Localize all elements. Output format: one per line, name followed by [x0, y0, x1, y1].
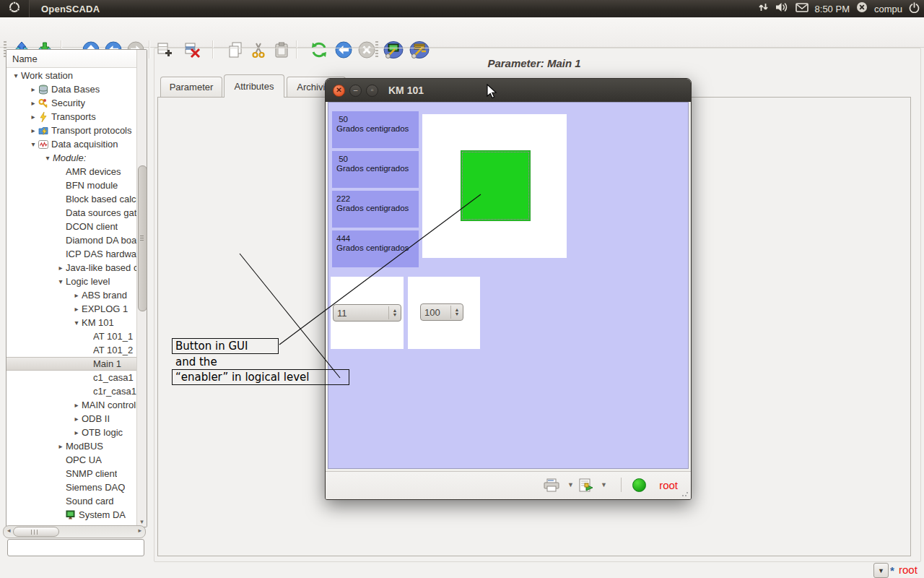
tree-item-sound-card[interactable]: ▸Sound card	[6, 494, 137, 508]
volume-indicator-icon[interactable]	[775, 2, 789, 15]
chevron-down-icon: ▼	[878, 567, 884, 574]
tree-item-amr-devices[interactable]: AMR devices	[6, 165, 137, 178]
spinner-arrows-icon[interactable]: ▲▼	[388, 306, 401, 319]
tree-item-module[interactable]: ▾Module:	[6, 151, 137, 165]
tree-vertical-scrollbar[interactable]: ▾	[136, 50, 147, 527]
tree-item-bfn-module[interactable]: BFN module	[6, 178, 137, 192]
tree-item-logic-level[interactable]: ▾Logic level	[6, 275, 137, 288]
tree-item-system-da[interactable]: ▸System DA	[6, 508, 137, 522]
tree-item-at-101-2[interactable]: AT 101_2	[6, 343, 137, 357]
tree-item-odb-ii[interactable]: ▸ODB II	[6, 412, 137, 426]
expander-closed-icon[interactable]: ▸	[28, 99, 38, 107]
tree-item-otb-logic[interactable]: ▸OTB logic	[6, 426, 137, 439]
tree-item-explog-1[interactable]: ▸EXPLOG 1	[6, 302, 137, 316]
expander-open-icon[interactable]: ▾	[43, 154, 53, 162]
tree-item-siemens-daq[interactable]: ▸Siemens DAQ	[6, 480, 137, 494]
scrollbar-thumb[interactable]	[13, 527, 59, 537]
tree-item-diamond-da[interactable]: Diamond DA boards	[6, 233, 137, 247]
spinner-arrows-icon[interactable]: ▲▼	[450, 306, 463, 319]
km101-canvas: 50Grados centigrados 50Grados centigrado…	[328, 102, 689, 469]
scrollbar-thumb[interactable]	[138, 165, 147, 311]
mail-indicator-icon[interactable]	[796, 2, 808, 15]
tree-item-dcon-client[interactable]: DCON client	[6, 220, 137, 233]
gui-button-50-a[interactable]: 50Grados centigrados	[332, 111, 419, 148]
export-dropdown-icon[interactable]: ▼	[601, 481, 607, 488]
clock[interactable]: 8:50 PM	[815, 4, 850, 14]
tree-item-java-like[interactable]: ▸Java-like based calculator	[6, 261, 137, 275]
tree-item-work-station[interactable]: ▾Work station	[6, 69, 137, 82]
tree-item-data-sources[interactable]: Data sources gate	[6, 206, 137, 220]
expander-open-icon[interactable]: ▾	[56, 277, 66, 285]
screen: OpenSCADA 8:50 PM compu	[0, 0, 924, 578]
km101-window-title: KM 101	[388, 85, 424, 96]
status-dropdown-button[interactable]: ▼	[873, 563, 889, 578]
tree-item-icp-das[interactable]: ICP DAS hardware	[6, 247, 137, 261]
expander-open-icon[interactable]: ▾	[28, 140, 38, 148]
expander-closed-icon[interactable]: ▸	[56, 442, 66, 450]
network-indicator-icon[interactable]	[758, 2, 769, 15]
scrollbar-down-arrow-icon[interactable]: ▾	[137, 518, 147, 525]
tree-item-abs-brand[interactable]: ▸ABS brand	[6, 288, 137, 302]
expander-closed-icon[interactable]: ▸	[71, 305, 82, 313]
tab-attributes[interactable]: Attributes	[224, 74, 284, 98]
scrollbar-left-arrow-icon[interactable]: ◂	[7, 527, 11, 534]
print-icon[interactable]	[544, 478, 559, 495]
window-maximize-button[interactable]: ▫	[366, 85, 378, 97]
tree-item-at-101-1[interactable]: AT 101_1	[6, 329, 137, 343]
main-toolbar	[0, 17, 924, 48]
expander-closed-icon[interactable]: ▸	[28, 85, 38, 93]
tree-item-modbus[interactable]: ▸ModBUS	[6, 439, 137, 453]
expander-closed-icon[interactable]: ▸	[71, 291, 82, 299]
tree-item-main-controller[interactable]: ▸MAIN controller	[6, 398, 137, 412]
print-dropdown-icon[interactable]: ▼	[567, 481, 574, 488]
spinbox-100[interactable]: 100 ▲▼	[420, 303, 463, 321]
tree-item-snmp-client[interactable]: ▸SNMP client	[6, 467, 137, 480]
tree-item-c1-casa1[interactable]: c1_casa1	[6, 371, 137, 384]
tree-item-opc-ua[interactable]: ▸OPC UA	[6, 453, 137, 467]
gui-button-444[interactable]: 444Grados centigrados	[332, 230, 419, 267]
monitor-icon	[66, 510, 79, 520]
toolbar-separator	[149, 40, 150, 59]
export-icon[interactable]	[579, 478, 594, 495]
tab-parameter[interactable]: Parameter	[160, 77, 222, 97]
tree-item-data-bases[interactable]: ▸Data Bases	[6, 82, 137, 96]
spin-panel-1: 11 ▲▼	[331, 277, 404, 349]
power-icon[interactable]	[909, 2, 920, 16]
km101-window: ✕ – ▫ KM 101 50Grados centigrados 50Grad…	[325, 78, 692, 500]
window-resize-grip[interactable]	[681, 490, 689, 497]
window-close-button[interactable]: ✕	[333, 85, 345, 97]
session-user[interactable]: compu	[874, 4, 902, 14]
km101-titlebar[interactable]: ✕ – ▫ KM 101	[326, 79, 691, 102]
database-icon	[38, 85, 51, 95]
tree-item-main-1-selected[interactable]: Main 1	[6, 357, 137, 371]
expander-closed-icon[interactable]: ▸	[71, 428, 82, 436]
km101-statusbar: ▼ ▼ root	[326, 471, 691, 499]
tree-item-transports[interactable]: ▸Transports	[6, 110, 137, 124]
window-minimize-button[interactable]: –	[349, 85, 362, 97]
ubuntu-apps-button[interactable]	[0, 0, 30, 17]
enabler-green-square[interactable]	[461, 150, 531, 221]
tree-item-transport-protocols[interactable]: ▸Transport protocols	[6, 124, 137, 137]
tree-header-name[interactable]: Name	[6, 50, 147, 68]
expander-closed-icon[interactable]: ▸	[28, 113, 38, 121]
tree-item-km-101[interactable]: ▾KM 101	[6, 316, 137, 329]
expander-open-icon[interactable]: ▾	[71, 319, 82, 327]
app-title: OpenSCADA	[41, 4, 100, 14]
spinbox-11[interactable]: 11 ▲▼	[333, 304, 401, 322]
tree-horizontal-scrollbar[interactable]: ◂ ▸	[3, 525, 146, 538]
tree-item-c1r-casa1[interactable]: c1r_casa1	[6, 384, 137, 398]
scrollbar-right-arrow-icon[interactable]: ▸	[138, 527, 141, 534]
expander-closed-icon[interactable]: ▸	[71, 401, 82, 409]
expander-open-icon[interactable]: ▾	[11, 72, 21, 79]
tree-item-data-acquisition[interactable]: ▾Data acquisition	[6, 137, 137, 151]
tree-item-security[interactable]: ▸Security	[6, 96, 137, 110]
expander-closed-icon[interactable]: ▸	[28, 126, 38, 134]
expander-closed-icon[interactable]: ▸	[71, 415, 82, 423]
tree-item-block-based[interactable]: Block based calculator	[6, 192, 137, 206]
expander-closed-icon[interactable]: ▸	[56, 264, 66, 272]
tree-filter-input[interactable]	[7, 539, 144, 556]
lightning-icon	[38, 112, 51, 122]
gui-button-222[interactable]: 222Grados centigrados	[332, 191, 419, 228]
gui-button-50-b[interactable]: 50Grados centigrados	[332, 151, 419, 188]
session-status-icon[interactable]	[856, 1, 868, 16]
